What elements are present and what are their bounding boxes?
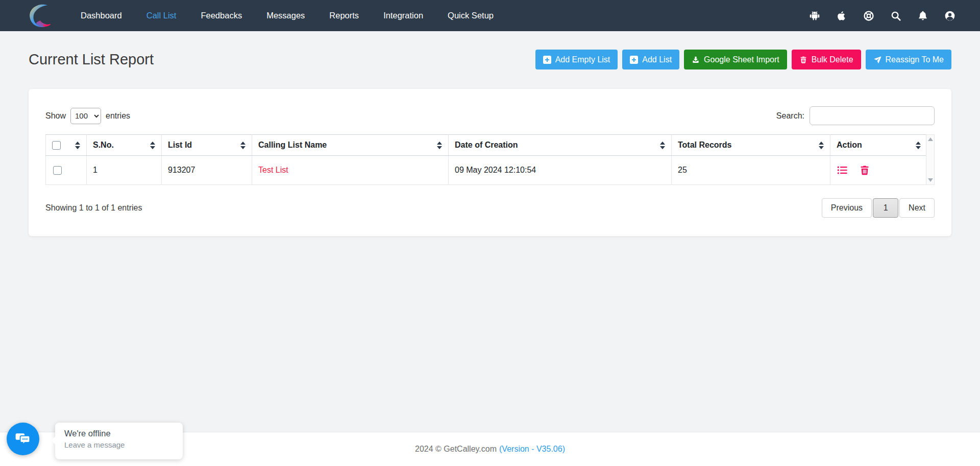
google-sheet-import-button[interactable]: Google Sheet Import — [684, 50, 787, 69]
button-label: Google Sheet Import — [704, 55, 779, 64]
notifications-bell-icon[interactable] — [917, 10, 928, 21]
nav-messages[interactable]: Messages — [254, 11, 317, 20]
search-control: Search: — [776, 106, 935, 125]
list-name-link[interactable]: Test List — [258, 166, 288, 174]
header-label: List Id — [168, 141, 192, 150]
nav-call-list[interactable]: Call List — [134, 11, 189, 20]
call-list-table: S.No. List Id Calling List Name Date of … — [45, 134, 927, 185]
table-wrapper: S.No. List Id Calling List Name Date of … — [45, 134, 935, 185]
cell-date-of-creation: 09 May 2024 12:10:54 — [449, 156, 672, 185]
previous-page-button[interactable]: Previous — [822, 198, 872, 218]
trash-icon — [799, 56, 807, 64]
table-scrollbar[interactable] — [926, 134, 935, 185]
header-select-all[interactable] — [46, 135, 87, 156]
button-label: Add List — [642, 55, 672, 64]
sort-icon — [660, 142, 665, 149]
delete-icon[interactable] — [859, 165, 870, 176]
nav-reports[interactable]: Reports — [317, 11, 371, 20]
cell-list-id: 913207 — [162, 156, 252, 185]
show-label: Show — [45, 111, 66, 121]
header-date-of-creation[interactable]: Date of Creation — [449, 135, 672, 156]
header-sno[interactable]: S.No. — [87, 135, 162, 156]
scroll-down-icon[interactable] — [928, 178, 933, 182]
nav-icon-group — [809, 10, 955, 21]
sort-icon — [437, 142, 442, 149]
header-list-id[interactable]: List Id — [162, 135, 252, 156]
header-label: Date of Creation — [455, 141, 518, 150]
account-icon[interactable] — [944, 10, 955, 21]
button-label: Bulk Delete — [812, 55, 853, 64]
table-header-row: S.No. List Id Calling List Name Date of … — [46, 135, 927, 156]
paper-plane-icon — [873, 56, 881, 64]
table-footer: Showing 1 to 1 of 1 entries Previous 1 N… — [45, 198, 935, 218]
sort-icon — [916, 142, 921, 149]
row-select-cell — [46, 156, 87, 185]
calley-logo[interactable] — [24, 2, 56, 30]
next-page-button[interactable]: Next — [899, 198, 935, 218]
search-label: Search: — [776, 111, 804, 121]
nav-dashboard[interactable]: Dashboard — [68, 11, 134, 20]
table-controls: Show 100 entries Search: — [45, 106, 935, 125]
plus-square-icon — [543, 56, 551, 64]
button-label: Reassign To Me — [886, 55, 944, 64]
header-label: Calling List Name — [258, 141, 327, 150]
cell-total-records: 25 — [672, 156, 830, 185]
search-icon[interactable] — [890, 10, 901, 21]
download-icon — [692, 56, 700, 64]
entries-label: entries — [106, 111, 130, 121]
version-link[interactable]: (Version - V35.06) — [499, 445, 565, 454]
chat-status-title: We're offline — [64, 429, 174, 438]
header-label: Total Records — [678, 141, 732, 150]
nav-quick-setup[interactable]: Quick Setup — [435, 11, 506, 20]
nav-integration[interactable]: Integration — [371, 11, 435, 20]
show-entries-control: Show 100 entries — [45, 108, 130, 124]
pagination: Previous 1 Next — [821, 198, 935, 218]
plus-square-icon — [630, 56, 638, 64]
cell-calling-list-name: Test List — [252, 156, 449, 185]
add-list-button[interactable]: Add List — [622, 50, 679, 69]
list-report-card: Show 100 entries Search: — [29, 89, 951, 236]
chat-bubbles-icon — [14, 430, 32, 448]
add-empty-list-button[interactable]: Add Empty List — [535, 50, 618, 69]
page-title: Current List Report — [29, 51, 154, 68]
nav-feedbacks[interactable]: Feedbacks — [188, 11, 254, 20]
select-all-checkbox[interactable] — [52, 141, 61, 150]
support-ring-icon[interactable] — [863, 10, 874, 21]
chat-status-tooltip[interactable]: We're offline Leave a message — [55, 423, 183, 459]
apple-icon[interactable] — [836, 10, 847, 21]
header-buttons: Add Empty List Add List Google Sheet Imp… — [535, 50, 951, 69]
sort-icon — [75, 142, 80, 149]
search-input[interactable] — [810, 106, 935, 125]
header-total-records[interactable]: Total Records — [672, 135, 830, 156]
header-label: Action — [837, 141, 862, 150]
scroll-up-icon[interactable] — [928, 137, 933, 141]
list-details-icon[interactable] — [837, 165, 848, 176]
reassign-to-me-button[interactable]: Reassign To Me — [866, 50, 951, 69]
copyright-text: 2024 © GetCalley.com — [415, 445, 497, 454]
cell-sno: 1 — [87, 156, 162, 185]
sort-icon — [240, 142, 246, 149]
page-header: Current List Report Add Empty List Add L… — [0, 50, 980, 69]
page-number-button[interactable]: 1 — [873, 198, 898, 218]
bulk-delete-button[interactable]: Bulk Delete — [792, 50, 861, 69]
header-action[interactable]: Action — [830, 135, 927, 156]
row-checkbox[interactable] — [53, 166, 62, 175]
top-navbar: Dashboard Call List Feedbacks Messages R… — [0, 0, 980, 31]
button-label: Add Empty List — [555, 55, 610, 64]
entries-select[interactable]: 100 — [70, 108, 101, 124]
entries-info: Showing 1 to 1 of 1 entries — [45, 203, 142, 213]
chat-status-subtitle: Leave a message — [64, 440, 174, 449]
nav-links: Dashboard Call List Feedbacks Messages R… — [68, 11, 506, 20]
chat-launcher-button[interactable] — [7, 423, 39, 455]
table-row: 1 913207 Test List 09 May 2024 12:10:54 … — [46, 156, 927, 185]
sort-icon — [150, 142, 155, 149]
header-label: S.No. — [93, 141, 114, 150]
android-icon[interactable] — [809, 10, 820, 21]
cell-action — [830, 156, 927, 185]
sort-icon — [819, 142, 824, 149]
header-calling-list-name[interactable]: Calling List Name — [252, 135, 449, 156]
